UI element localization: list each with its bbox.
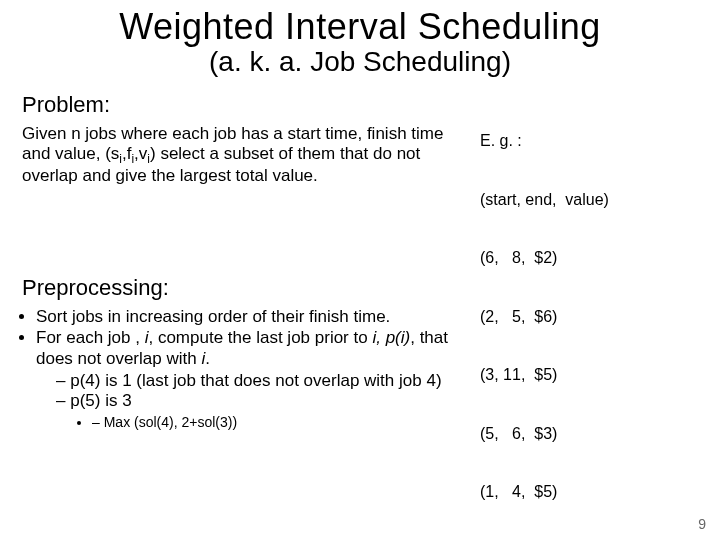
dash-text: p(5) is 3 xyxy=(70,391,131,410)
example-row: (3, 11, $5) xyxy=(480,365,700,385)
dash-sublist: p(4) is 1 (last job that does not overla… xyxy=(36,371,474,432)
slide-subtitle: (a. k. a. Job Scheduling) xyxy=(0,46,720,78)
dash-item: p(5) is 3 Max (sol(4), 2+sol(3)) xyxy=(56,391,474,431)
problem-text-part: ,v xyxy=(134,144,147,163)
example-block: E. g. : (start, end, value) (6, 8, $2) (… xyxy=(480,92,700,540)
example-row: (1, 4, $5) xyxy=(480,482,700,502)
sub-sublist: Max (sol(4), 2+sol(3)) xyxy=(56,414,474,431)
page-number: 9 xyxy=(698,516,706,532)
content-columns: Problem: Given n jobs where each job has… xyxy=(0,92,720,540)
example-header-row: (start, end, value) xyxy=(480,190,700,210)
bullet-item: For each job , i, compute the last job p… xyxy=(36,328,474,431)
example-row: (5, 6, $3) xyxy=(480,424,700,444)
slide-title: Weighted Interval Scheduling xyxy=(0,6,720,48)
sub-item: Max (sol(4), 2+sol(3)) xyxy=(92,414,474,431)
bullet-text-part: , compute the last job prior to xyxy=(148,328,372,347)
bullet-item: Sort jobs in increasing order of their f… xyxy=(36,307,474,328)
bullet-text-part: . xyxy=(205,349,210,368)
problem-text: Given n jobs where each job has a start … xyxy=(22,124,474,187)
preprocessing-heading: Preprocessing: xyxy=(22,275,474,301)
problem-heading: Problem: xyxy=(22,92,474,118)
bullet-text-part: For each job , xyxy=(36,328,145,347)
example-head: E. g. : xyxy=(480,131,700,151)
example-row: (6, 8, $2) xyxy=(480,248,700,268)
italic-ipi: i, p(i) xyxy=(372,328,410,347)
left-column: Problem: Given n jobs where each job has… xyxy=(0,92,480,540)
preprocessing-bullets: Sort jobs in increasing order of their f… xyxy=(22,307,474,432)
example-row: (2, 5, $6) xyxy=(480,307,700,327)
dash-item: p(4) is 1 (last job that does not overla… xyxy=(56,371,474,392)
right-column: E. g. : (start, end, value) (6, 8, $2) (… xyxy=(480,92,710,540)
